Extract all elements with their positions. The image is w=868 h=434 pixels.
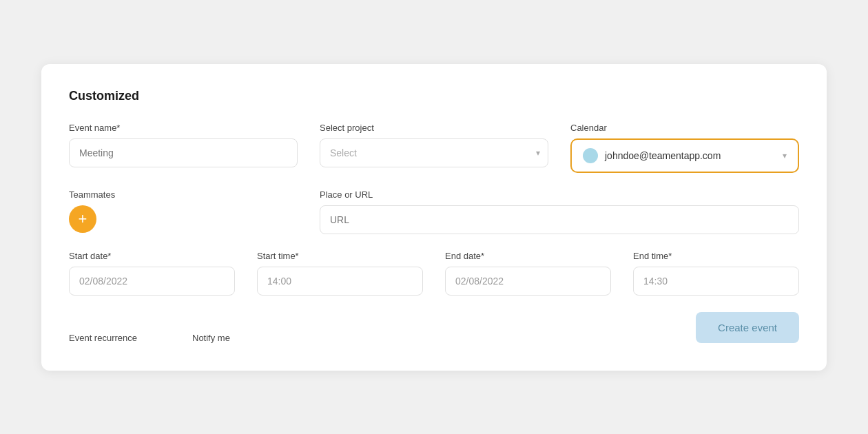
start-time-group: Start time* — [257, 251, 423, 296]
create-event-button[interactable]: Create event — [696, 312, 799, 343]
add-teammate-button[interactable]: + — [69, 205, 96, 233]
end-time-label: End time* — [633, 251, 799, 261]
calendar-box: johndoe@teamentapp.com ▾ — [570, 138, 799, 173]
select-project-wrapper: Select Project A Project B ▾ — [320, 138, 548, 167]
bottom-labels: Event recurrence Notify me — [69, 333, 230, 343]
teammates-label: Teammates — [69, 189, 298, 200]
calendar-label: Calendar — [570, 123, 799, 133]
calendar-group: Calendar johndoe@teamentapp.com ▾ — [570, 123, 799, 173]
calendar-email: johndoe@teamentapp.com — [605, 150, 777, 161]
place-url-group: Place or URL — [320, 189, 799, 234]
start-time-input[interactable] — [257, 267, 423, 296]
select-project-group: Select project Select Project A Project … — [320, 123, 548, 173]
end-date-label: End date* — [445, 251, 611, 261]
calendar-avatar — [583, 148, 598, 163]
event-recurrence-label: Event recurrence — [69, 333, 137, 343]
bottom-row: Event recurrence Notify me Create event — [69, 312, 799, 343]
start-date-group: Start date* — [69, 251, 235, 296]
event-name-group: Event name* — [69, 123, 298, 173]
event-name-input[interactable] — [69, 138, 298, 167]
end-date-input[interactable] — [445, 267, 611, 296]
end-date-group: End date* — [445, 251, 611, 296]
start-date-input[interactable] — [69, 267, 235, 296]
plus-icon: + — [79, 211, 87, 227]
calendar-select-wrapper[interactable]: johndoe@teamentapp.com ▾ — [573, 141, 796, 170]
form-card: Customized Event name* Select project Se… — [41, 64, 827, 371]
end-time-group: End time* — [633, 251, 799, 296]
place-url-input[interactable] — [320, 205, 799, 234]
place-url-label: Place or URL — [320, 189, 799, 200]
card-title: Customized — [69, 89, 799, 103]
notify-me-label: Notify me — [192, 333, 230, 343]
select-project-label: Select project — [320, 123, 548, 133]
end-time-input[interactable] — [633, 267, 799, 296]
chevron-down-icon[interactable]: ▾ — [783, 151, 787, 161]
start-date-label: Start date* — [69, 251, 235, 261]
teammates-section: Teammates + — [69, 189, 298, 234]
create-event-label: Create event — [718, 322, 777, 333]
start-time-label: Start time* — [257, 251, 423, 261]
event-name-label: Event name* — [69, 123, 298, 133]
select-project-dropdown[interactable]: Select Project A Project B — [320, 138, 548, 167]
